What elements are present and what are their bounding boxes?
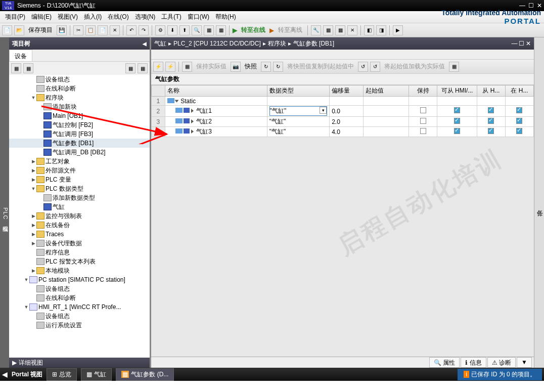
tool-icon[interactable]: ▦ (204, 25, 214, 35)
panel-collapse-icon[interactable]: ◀ (143, 41, 147, 47)
tree-item[interactable]: ▶外部源文件 (9, 166, 150, 175)
tree-tool1-icon[interactable]: ▦ (11, 63, 21, 73)
menu-help[interactable]: 帮助(H) (213, 12, 238, 22)
tree-item[interactable]: 程序信息 (9, 248, 150, 257)
menu-view[interactable]: 视图(V) (56, 12, 80, 22)
tree-item[interactable]: 气缸 (9, 202, 150, 211)
tree-item[interactable]: ▼PLC 数据类型 (9, 184, 150, 193)
tree-item[interactable]: 在线和诊断 (9, 84, 150, 93)
upload-icon[interactable]: ⬆ (179, 25, 190, 35)
tb-icon-b[interactable]: ▦ (323, 25, 333, 35)
tree-item[interactable]: 设备组态 (9, 284, 150, 293)
db-row[interactable]: 1 Static (152, 97, 534, 106)
bc-db[interactable]: 气缸参数 [DB1] (293, 39, 334, 48)
menu-tools[interactable]: 工具(T) (159, 12, 183, 22)
tree-item[interactable]: ▶本地模块 (9, 266, 150, 275)
etb7-icon[interactable]: ↺ (370, 62, 380, 72)
properties-tab[interactable]: 🔍 属性 (429, 357, 460, 368)
copy-snapshot-button[interactable]: 将快照值复制到起始值中 (285, 62, 356, 71)
tree-item[interactable]: 添加新块 (9, 102, 150, 111)
snapshot-button[interactable]: 快照 (243, 62, 259, 71)
tree-item[interactable]: 气缸控制 [FB2] (9, 120, 150, 129)
tb-icon-g[interactable]: ▶ (393, 25, 403, 35)
tree-tool4-icon[interactable]: ▦ (138, 63, 148, 73)
maximize-icon[interactable]: ☐ (528, 2, 534, 9)
load-start-button[interactable]: 将起始值加载为实际值 (382, 62, 447, 71)
tree-item[interactable]: 设备组态 (9, 75, 150, 84)
open-project-icon[interactable]: 📂 (14, 25, 24, 35)
tree-item[interactable]: 气缸调用_DB [DB2] (9, 148, 150, 157)
db-row[interactable]: 气缸3 "气缸" 4.0 (152, 127, 534, 137)
menu-window[interactable]: 窗口(W) (186, 12, 211, 22)
tree-item[interactable]: ▼HMI_RT_1 [WinCC RT Profe... (9, 302, 150, 312)
diagnostics-tab[interactable]: ⚠ 诊断 (487, 357, 516, 368)
download-icon[interactable]: ⬇ (167, 25, 177, 35)
tasks-side-tab[interactable]: 任务 (534, 37, 544, 368)
tree-item[interactable]: ▼程序块 (9, 93, 150, 102)
etb1-icon[interactable]: ⚡ (153, 62, 163, 72)
delete-icon[interactable]: ✕ (110, 25, 120, 35)
tb-icon-a[interactable]: 🔧 (311, 25, 321, 35)
paste-icon[interactable]: 📄 (98, 25, 108, 35)
db-row[interactable]: 2 气缸1 "气缸"▾ 0.0 (152, 106, 534, 117)
tree-item[interactable]: 设备组态 (9, 312, 150, 321)
save-icon[interactable]: 💾 (57, 25, 67, 35)
tree-item[interactable]: ▶工艺对象 (9, 157, 150, 166)
tree-item[interactable]: ▶在线备份 (9, 221, 150, 230)
project-tree[interactable]: 设备组态在线和诊断▼程序块添加新块Main [OB1]气缸控制 [FB2]气缸调… (9, 75, 150, 358)
etb5-icon[interactable]: ↻ (273, 62, 283, 72)
save-project-button[interactable]: 保存项目 (26, 26, 55, 34)
detail-view-header[interactable]: ▶ 详细视图 (9, 358, 150, 368)
tb-icon-e[interactable]: ◧ (364, 25, 374, 35)
tree-tool3-icon[interactable]: ▦ (125, 63, 135, 73)
snapshot-icon[interactable]: 📷 (231, 62, 241, 72)
tab-qigang[interactable]: ▦气缸 (81, 368, 112, 381)
menu-insert[interactable]: 插入(I) (82, 12, 104, 22)
tool2-icon[interactable]: ▦ (216, 25, 226, 35)
plc-programming-tab[interactable]: PLC 编程 (0, 37, 9, 368)
tree-item[interactable]: ▼PC station [SIMATIC PC station] (9, 275, 150, 284)
cut-icon[interactable]: ✂ (73, 25, 83, 35)
search-icon[interactable]: 🔍 (192, 25, 202, 35)
new-project-icon[interactable]: 📄 (2, 25, 12, 35)
tb-icon-d[interactable]: ✕ (347, 25, 357, 35)
portal-view-button[interactable]: Portal 视图 (12, 370, 42, 379)
bc-root[interactable]: 气缸 (154, 39, 166, 48)
etb6-icon[interactable]: ↺ (358, 62, 368, 72)
minimize-icon[interactable]: — (519, 2, 525, 9)
tree-item[interactable]: ▶监控与强制表 (9, 211, 150, 221)
tree-item[interactable]: PLC 报警文本列表 (9, 257, 150, 266)
db-row[interactable]: 3 气缸2 "气缸" 2.0 (152, 117, 534, 127)
close-icon[interactable]: ✕ (537, 2, 542, 9)
editor-min-icon[interactable]: — (511, 40, 517, 47)
bc-plc[interactable]: PLC_2 [CPU 1212C DC/DC/DC] (173, 40, 261, 47)
etb4-icon[interactable]: ↻ (261, 62, 271, 72)
tree-item[interactable]: 在线和诊断 (9, 293, 150, 302)
tree-tool2-icon[interactable]: ▦ (23, 63, 33, 73)
go-online-button[interactable]: 转至在线 (239, 26, 267, 34)
tree-item[interactable]: 添加新数据类型 (9, 193, 150, 202)
tree-item[interactable]: ▶Traces (9, 230, 150, 239)
info-tab[interactable]: ℹ 信息 (461, 357, 486, 368)
redo-icon[interactable]: ↷ (139, 25, 149, 35)
go-offline-icon[interactable]: ▶ (269, 27, 274, 34)
tree-item[interactable]: ▶设备代理数据 (9, 239, 150, 248)
go-online-icon[interactable]: ▶ (233, 27, 237, 34)
db-grid[interactable]: 启程自动化培训 名称数据类型偏移量起始值保持可从 HMI/...从 H...在 … (151, 85, 534, 357)
tab-overview[interactable]: ⊞总览 (47, 368, 77, 381)
etb8-icon[interactable]: ▦ (449, 62, 459, 72)
menu-online[interactable]: 在线(O) (106, 12, 130, 22)
devices-tab[interactable]: 设备 (9, 50, 32, 61)
tree-item[interactable]: 气缸参数 [DB1] (9, 139, 150, 148)
bc-blocks[interactable]: 程序块 (268, 39, 286, 48)
tb-icon-f[interactable]: ◨ (376, 25, 386, 35)
expand-icon[interactable]: ▶ (12, 359, 17, 366)
tree-item[interactable]: ▶PLC 变量 (9, 175, 150, 184)
editor-close-icon[interactable]: ✕ (526, 40, 531, 47)
copy-icon[interactable]: 📋 (85, 25, 96, 35)
tab-qigang-param[interactable]: ▦气缸参数 (D... (116, 368, 174, 381)
undo-icon[interactable]: ↶ (126, 25, 137, 35)
portal-back-icon[interactable]: ◀ (2, 370, 8, 378)
compile-icon[interactable]: ⚙ (155, 25, 165, 35)
etb2-icon[interactable]: ⚡ (165, 62, 175, 72)
